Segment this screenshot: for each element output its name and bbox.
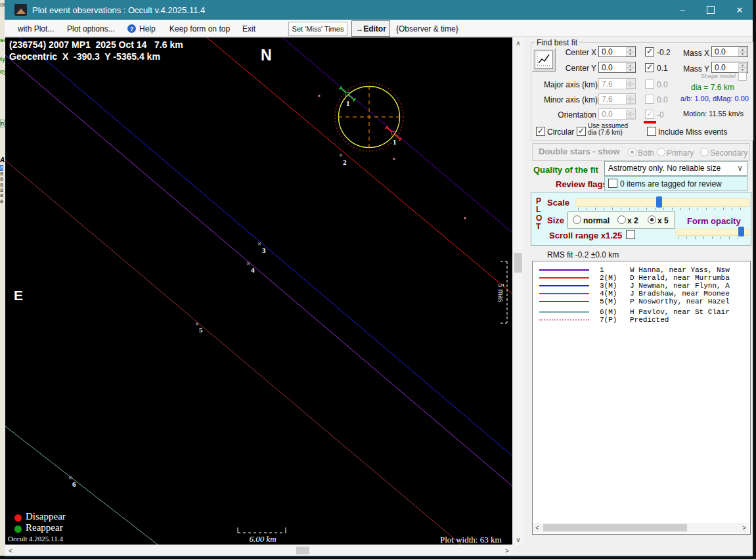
size-normal-radio[interactable]: [573, 215, 581, 224]
minor-fit-value: 0.0: [657, 95, 668, 104]
scale-slider-thumb[interactable]: [656, 196, 662, 208]
size-x2-radio[interactable]: [617, 215, 626, 224]
fit-chart-button[interactable]: [532, 48, 556, 72]
mass-x-field[interactable]: 0.0▲▼: [711, 46, 748, 57]
center-y-field[interactable]: 0.0▲▼: [598, 62, 636, 73]
orientation-spinner[interactable]: ▲▼: [626, 110, 634, 118]
minor-axis-field[interactable]: 7.6▲▼: [598, 93, 636, 104]
list-scroll-right-icon[interactable]: >: [740, 523, 749, 533]
quality-label: Quality of the fit: [533, 165, 598, 175]
observer-row[interactable]: 3(M)J Newman, near Flynn, A: [539, 282, 730, 290]
predicted-dot: [464, 217, 466, 219]
fit-x-checkbox[interactable]: [645, 47, 654, 56]
circular-checkbox[interactable]: [536, 127, 545, 136]
observer-row[interactable]: 2(M)D Herald, near Murrumba: [539, 274, 730, 282]
minimize-button[interactable]: –: [667, 0, 698, 20]
major-axis-spinner[interactable]: ▲▼: [626, 79, 634, 88]
fit-y-checkbox[interactable]: [645, 63, 654, 72]
review-flags-text: 0 items are tagged for review: [620, 179, 722, 189]
plot-vscroll-thumb[interactable]: [514, 253, 522, 273]
plot-vscrollbar[interactable]: [513, 37, 523, 545]
scale-slider[interactable]: [575, 198, 750, 207]
plot-hscroll-thumb[interactable]: [296, 547, 309, 554]
double-primary-radio[interactable]: [657, 148, 665, 156]
observer-chord-swatch: [539, 277, 589, 279]
mass-x-label: Mass X: [682, 49, 709, 58]
maximize-button[interactable]: [696, 0, 726, 20]
minor-axis-spinner[interactable]: ▲▼: [626, 95, 634, 103]
background-fragment: or: [0, 1, 5, 8]
observer-row[interactable]: 7(P)Predicted: [539, 316, 669, 324]
center-y-spinner[interactable]: ▲▼: [626, 63, 634, 72]
opacity-slider-ticks: [678, 236, 746, 239]
mass-y-spinner[interactable]: ▲▼: [738, 63, 747, 72]
disappear-dot: [14, 514, 22, 522]
size-x5-radio[interactable]: [648, 215, 656, 224]
menu-keep-on-top[interactable]: Keep form on top: [169, 24, 230, 34]
observer-chord-swatch: [539, 311, 589, 313]
major-fit-checkbox[interactable]: [645, 79, 654, 89]
chord-mark-4: ×: [246, 260, 250, 267]
scroll-up-icon[interactable]: ∧: [513, 37, 523, 48]
close-button[interactable]: ✕: [724, 0, 755, 20]
observer-list[interactable]: 1W Hanna, near Yass, Nsw2(M)D Herald, ne…: [532, 261, 751, 535]
quality-value: Astrometry only. No reliable size: [608, 164, 721, 173]
menu-with-plot[interactable]: with Plot...: [18, 24, 54, 34]
review-flags-checkbox[interactable]: [608, 179, 617, 188]
list-hscroll-thumb[interactable]: [543, 524, 687, 531]
shape-model-checkbox[interactable]: [738, 72, 747, 81]
quality-dropdown[interactable]: Astrometry only. No reliable size ∨: [604, 161, 747, 176]
orientation-fit-checkbox[interactable]: [645, 110, 654, 119]
observer-row[interactable]: 4(M)J Bradshaw, near Moonee: [539, 290, 730, 298]
include-miss-checkbox[interactable]: [647, 127, 656, 136]
orientation-field[interactable]: 0.0▲▼: [598, 108, 636, 120]
help-icon[interactable]: ?: [127, 24, 136, 33]
double-stars-title: Double stars - show: [539, 146, 620, 156]
double-both-radio[interactable]: [628, 148, 636, 156]
set-miss-times-button[interactable]: Set 'Miss' Times: [288, 22, 347, 36]
scroll-down-icon[interactable]: ∨: [513, 534, 523, 545]
red-marker-bar: [644, 121, 656, 123]
chord-number-3: 3: [262, 246, 266, 254]
scroll-left-icon[interactable]: <: [5, 545, 16, 556]
find-best-fit-title: Find best fit: [535, 38, 579, 47]
observer-number: 2(M): [600, 274, 630, 282]
chord-number-2: 2: [343, 158, 347, 166]
observer-name: P Nosworthy, near Hazel: [630, 298, 730, 305]
observer-time-label[interactable]: {Observer & time}: [396, 24, 458, 34]
occult-version-label: Occult 4.2025.11.4: [8, 535, 63, 543]
mass-y-field[interactable]: 0.0▲▼: [711, 62, 748, 73]
observer-row[interactable]: 1W Hanna, near Yass, Nsw: [539, 266, 730, 274]
size-x5-label: x 5: [657, 216, 669, 225]
observer-row[interactable]: 5(M)P Nosworthy, near Hazel: [539, 298, 730, 305]
list-scroll-left-icon[interactable]: <: [533, 523, 542, 533]
scroll-range-checkbox[interactable]: [626, 230, 635, 239]
plot-title-line2: Geocentric X -390.3 Y -5365.4 km: [9, 51, 160, 62]
observer-number: 1: [600, 266, 630, 274]
menu-plot-options[interactable]: Plot options...: [67, 24, 115, 34]
observer-row[interactable]: 6(M)H Pavlov, near St Clair: [539, 308, 730, 316]
plot-canvas[interactable]: ×2×3×4×5×611: [5, 37, 512, 545]
opacity-slider-thumb[interactable]: [738, 227, 744, 236]
minor-fit-checkbox[interactable]: [645, 95, 654, 104]
double-secondary-radio[interactable]: [700, 148, 709, 156]
menu-help[interactable]: Help: [139, 24, 156, 34]
plot-area[interactable]: ×2×3×4×5×611 (236754) 2007 MP1 2025 Oct …: [5, 37, 512, 545]
plot-hscrollbar[interactable]: [5, 545, 512, 556]
menu-exit[interactable]: Exit: [242, 24, 256, 34]
major-axis-field[interactable]: 7.6▲▼: [598, 78, 636, 89]
center-x-spinner[interactable]: ▲▼: [626, 47, 634, 56]
center-x-field[interactable]: 0.0▲▼: [598, 46, 636, 57]
include-miss-label: Include Miss events: [658, 127, 727, 137]
reappear-label: Reappear: [26, 522, 63, 533]
mass-x-spinner[interactable]: ▲▼: [738, 47, 747, 56]
editor-button[interactable]: →Editor: [351, 20, 390, 37]
observer-number: 4(M): [600, 290, 630, 298]
size-label: Size: [547, 215, 564, 225]
plot-width-label: Plot width: 63 km: [440, 535, 502, 545]
chord-number-4: 4: [251, 266, 255, 274]
scroll-right-icon[interactable]: >: [502, 545, 512, 556]
plot-title-line1: (236754) 2007 MP1 2025 Oct 14 7.6 km: [9, 39, 183, 50]
use-assumed-checkbox[interactable]: [577, 127, 586, 136]
chart-icon: [535, 51, 553, 69]
